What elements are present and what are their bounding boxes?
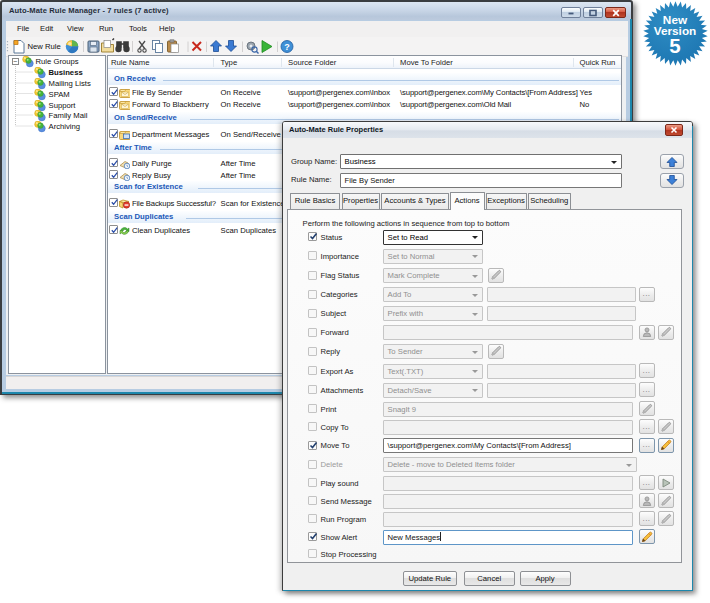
- svg-text:?: ?: [284, 42, 290, 52]
- svg-text:5: 5: [669, 34, 680, 57]
